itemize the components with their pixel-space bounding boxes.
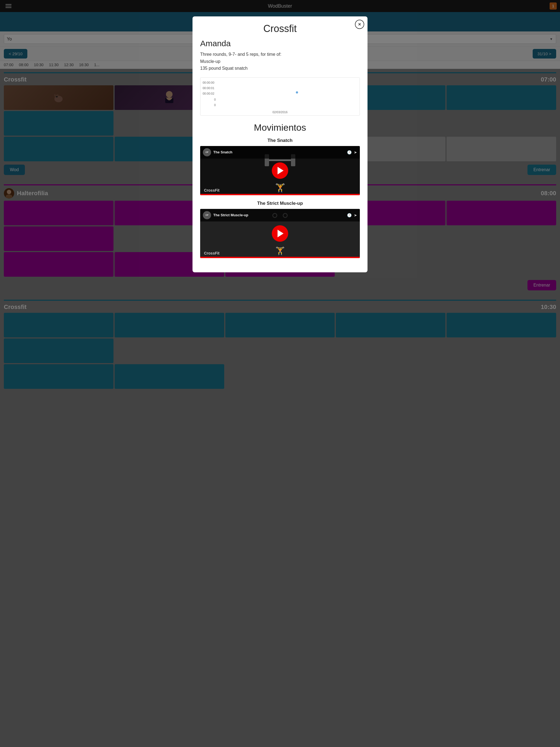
video-icons-snatch: 🕐 ➤ [347, 150, 357, 154]
chart-zero-0: 0 [214, 98, 216, 101]
video-name-muscleup: The Strict Muscle-up [213, 213, 345, 217]
modal-overlay[interactable]: × Crossfit Amanda Three rounds, 9-7- and… [0, 0, 560, 747]
play-triangle-snatch [278, 167, 284, 175]
movimientos-title: Movimientos [200, 122, 360, 133]
play-button-snatch[interactable] [272, 162, 288, 179]
video-title-muscleup: The Strict Muscle-up [200, 201, 360, 206]
modal-class-title: Crossfit [200, 23, 360, 34]
crossfit-label-muscleup: CrossFit [204, 251, 220, 255]
chart-data-point [296, 91, 298, 94]
video-thumb-snatch[interactable]: 🏋️ CF The Snatch 🕐 ➤ CrossFit [200, 146, 360, 195]
video-title-snatch: The Snatch [200, 138, 360, 143]
modal-workout-desc: Three rounds, 9-7- and 5 reps, for time … [200, 51, 360, 72]
share-icon-2: ➤ [354, 213, 357, 217]
crossfit-label-snatch: CrossFit [204, 188, 220, 192]
modal-dialog: × Crossfit Amanda Three rounds, 9-7- and… [193, 17, 367, 272]
crossfit-logo-snatch: CF [203, 148, 211, 156]
modal-close-button[interactable]: × [355, 20, 364, 29]
video-top-bar-muscleup: CF The Strict Muscle-up 🕐 ➤ [200, 209, 360, 222]
chart-x-label: 02/03/2016 [272, 110, 287, 114]
video-progress-bar-muscleup [200, 257, 360, 258]
crossfit-logo-muscleup: CF [203, 211, 211, 219]
video-icons-muscleup: 🕐 ➤ [347, 213, 357, 217]
modal-workout-name: Amanda [200, 39, 360, 48]
athlete-icon: 🏋️ [275, 183, 285, 192]
workout-chart: 00:00:00 00:00:01 00:00:02 0 0 02/03/201… [200, 77, 360, 115]
chart-y-label-2: 00:00:02 [203, 92, 214, 95]
video-thumb-muscleup[interactable]: 🏋️ CF The Strict Muscle-up 🕐 ➤ CrossFit [200, 209, 360, 258]
video-name-snatch: The Snatch [213, 150, 345, 154]
clock-icon-2: 🕐 [347, 213, 352, 217]
video-progress-bar-snatch [200, 194, 360, 195]
play-button-muscleup[interactable] [272, 225, 288, 242]
chart-zero-1: 0 [214, 103, 216, 107]
clock-icon: 🕐 [347, 150, 352, 154]
video-player-muscleup[interactable]: 🏋️ CF The Strict Muscle-up 🕐 ➤ CrossFit [200, 209, 360, 258]
chart-y-label-1: 00:00:01 [203, 86, 214, 90]
play-triangle-muscleup [278, 230, 284, 237]
video-player-snatch[interactable]: 🏋️ CF The Snatch 🕐 ➤ CrossFit [200, 146, 360, 195]
chart-y-label-0: 00:00:00 [203, 81, 214, 84]
athlete-muscleup-icon: 🏋️ [275, 247, 285, 255]
video-top-bar-snatch: CF The Snatch 🕐 ➤ [200, 146, 360, 159]
share-icon: ➤ [354, 150, 357, 154]
